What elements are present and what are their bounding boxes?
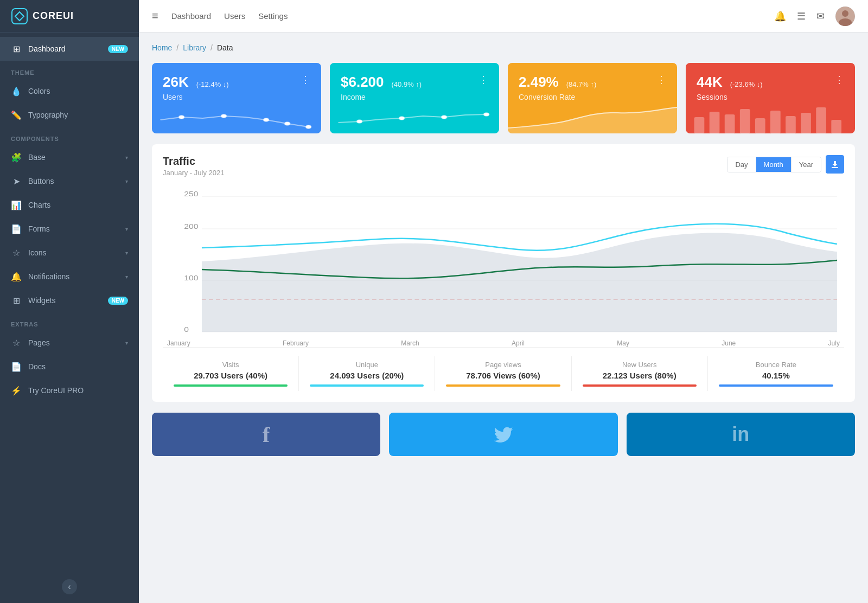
traffic-subtitle: January - July 2021 [163,169,224,177]
stat-card-income-menu[interactable]: ⋮ [478,74,488,86]
stat-card-income-value-group: $6.200 (40.9% ↑) Income [341,74,422,101]
download-button[interactable] [826,155,844,174]
forms-icon: 📄 [11,223,22,234]
period-month-button[interactable]: Month [756,157,792,172]
svg-rect-21 [816,107,826,133]
traffic-stat-newusers-label: New Users [572,361,707,369]
traffic-stat-newusers: New Users 22.123 Users (80%) [572,356,708,391]
sidebar-item-forms[interactable]: 📄 Forms ▾ [0,217,139,241]
topbar-nav-dashboard[interactable]: Dashboard [171,11,211,21]
hamburger-menu-button[interactable]: ≡ [152,10,158,22]
stat-card-sessions-chart [686,101,855,133]
traffic-stat-visits-label: Visits [163,361,298,369]
chart-x-labels: January February March April May June Ju… [163,339,844,347]
sidebar-item-widgets[interactable]: ⊞ Widgets NEW [0,288,139,312]
notifications-icon: 🔔 [11,271,22,282]
breadcrumb-home[interactable]: Home [152,43,172,52]
sidebar-collapse-button[interactable]: ‹ [62,579,77,594]
traffic-stat-visits-value: 29.703 Users (40%) [163,371,298,380]
stat-card-sessions-menu[interactable]: ⋮ [834,74,844,86]
sidebar-item-colors[interactable]: 💧 Colors [0,79,139,103]
traffic-stat-visits: Visits 29.703 Users (40%) [163,356,299,391]
sidebar-item-notifications[interactable]: 🔔 Notifications ▾ [0,265,139,288]
chart-label-july: July [828,339,840,347]
breadcrumb-library[interactable]: Library [183,43,206,52]
twitter-icon [493,424,514,445]
sidebar: COREUI ⊞ Dashboard NEW THEME 💧 Colors ✏️… [0,0,139,603]
svg-text:0: 0 [184,326,189,333]
traffic-card: Traffic January - July 2021 Day Month Ye… [152,144,855,402]
sidebar-item-typography[interactable]: ✏️ Typography [0,103,139,127]
topbar: ≡ Dashboard Users Settings 🔔 ☰ ✉ [139,0,868,33]
topbar-nav-users[interactable]: Users [224,11,245,21]
traffic-stat-unique-label: Unique [299,361,435,369]
notifications-bell-icon[interactable]: 🔔 [774,10,786,22]
list-icon[interactable]: ☰ [797,10,806,22]
sidebar-item-docs[interactable]: 📄 Docs [0,355,139,379]
svg-rect-20 [801,113,811,133]
social-card-linkedin[interactable]: in [627,413,855,456]
linkedin-icon: in [732,423,749,446]
avatar[interactable] [835,7,855,26]
chart-label-may: May [617,339,629,347]
sidebar-dashboard-label: Dashboard [28,44,105,53]
stat-card-sessions-value: 44K [697,74,723,91]
sidebar-widgets-label: Widgets [28,296,105,305]
colors-icon: 💧 [11,86,22,97]
svg-rect-14 [710,112,720,133]
sidebar-item-buttons[interactable]: ➤ Buttons ▾ [0,169,139,193]
facebook-icon: f [263,422,270,447]
sidebar-try-pro-label: Try CoreUI PRO [28,386,128,395]
sidebar-item-pages[interactable]: ☆ Pages ▾ [0,331,139,355]
traffic-stat-unique-value: 24.093 Users (20%) [299,371,435,380]
topbar-nav-settings[interactable]: Settings [258,11,288,21]
sidebar-item-try-pro[interactable]: ⚡ Try CoreUI PRO [0,379,139,402]
sidebar-buttons-label: Buttons [28,177,125,185]
traffic-title-group: Traffic January - July 2021 [163,155,224,177]
stat-card-users-menu[interactable]: ⋮ [301,74,310,86]
sidebar-item-charts[interactable]: 📊 Charts [0,193,139,217]
traffic-stat-pageviews-label: Page views [435,361,571,369]
sidebar-item-dashboard[interactable]: ⊞ Dashboard NEW [0,37,139,61]
chart-label-february: February [283,339,309,347]
stat-card-conversion-menu[interactable]: ⋮ [656,74,666,86]
sidebar-base-label: Base [28,153,125,162]
sidebar-colors-label: Colors [28,87,128,95]
stat-card-income-label: Income [341,93,422,101]
sidebar-forms-label: Forms [28,224,125,233]
svg-rect-15 [725,114,735,133]
main-content: ≡ Dashboard Users Settings 🔔 ☰ ✉ Home / [139,0,868,603]
svg-rect-22 [831,120,841,133]
svg-point-7 [285,122,290,125]
breadcrumb-sep-2: / [210,43,213,52]
buttons-icon: ➤ [11,176,22,187]
extras-section-label: EXTRAS [0,312,139,331]
traffic-stat-newusers-bar [583,384,697,387]
stat-card-users-change: (-12.4% ↓) [196,80,229,88]
period-day-button[interactable]: Day [727,157,756,172]
sidebar-notifications-label: Notifications [28,272,125,281]
charts-icon: 📊 [11,200,22,210]
svg-rect-17 [755,118,765,133]
svg-point-9 [357,120,362,123]
social-card-facebook[interactable]: f [152,413,380,456]
pages-arrow-icon: ▾ [125,340,128,346]
traffic-header: Traffic January - July 2021 Day Month Ye… [163,155,844,177]
stat-card-conversion-value: 2.49% [519,74,559,91]
dashboard-badge: NEW [108,45,128,53]
svg-point-10 [399,117,404,120]
period-year-button[interactable]: Year [792,157,821,172]
traffic-chart-svg: 250 200 100 0 [163,185,844,337]
social-card-twitter[interactable] [389,413,617,456]
mail-icon[interactable]: ✉ [816,10,825,22]
sidebar-item-icons[interactable]: ☆ Icons ▾ [0,241,139,265]
sidebar-item-base[interactable]: 🧩 Base ▾ [0,145,139,169]
traffic-stat-unique-bar [310,384,424,387]
sidebar-icons-label: Icons [28,248,125,257]
svg-rect-16 [740,109,750,133]
icons-arrow-icon: ▾ [125,250,128,256]
traffic-stat-pageviews-value: 78.706 Views (60%) [435,371,571,380]
traffic-stat-bouncerate-bar [719,384,833,387]
forms-arrow-icon: ▾ [125,226,128,232]
stat-card-conversion: 2.49% (84.7% ↑) Conversion Rate ⋮ [508,63,677,133]
